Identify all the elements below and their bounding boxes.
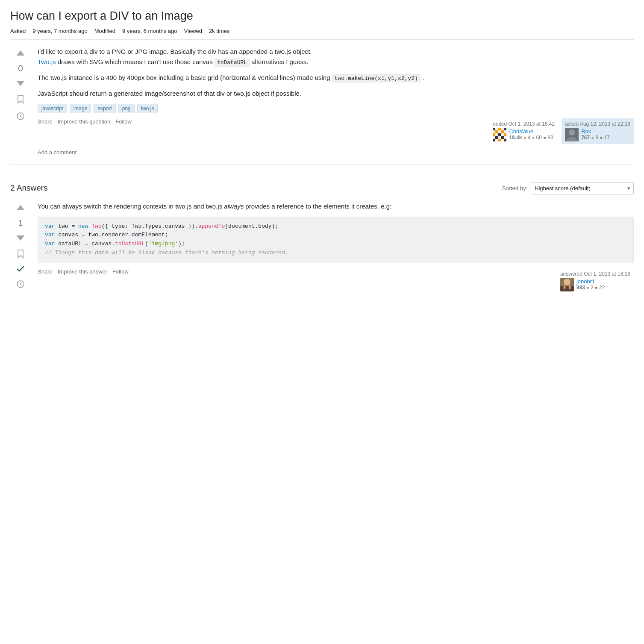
sorted-by-label: Sorted by:: [502, 185, 527, 191]
answered-label: answered Oct 1, 2013 at 18:16: [560, 271, 630, 277]
accepted-checkmark: [15, 263, 26, 275]
question-follow-button[interactable]: Follow: [115, 118, 132, 125]
svg-rect-9: [504, 133, 506, 136]
svg-rect-2: [493, 128, 495, 130]
rok-avatar-img: [565, 128, 579, 141]
answer1-upvote-button[interactable]: [13, 201, 28, 217]
modified-time: 9 years, 6 months ago: [122, 28, 177, 34]
svg-rect-8: [498, 133, 501, 136]
question-content: I'd like to export a div to a PNG or JPG…: [38, 47, 634, 157]
svg-point-16: [569, 129, 575, 135]
answer1-code-block: var two = new Two({ type: Two.Types.canv…: [38, 217, 634, 263]
edited-user-info: ChrisWue 18.4k ●4 ●60 ●83: [493, 128, 555, 141]
question-vote-cell: 0: [10, 47, 31, 157]
answers-header: 2 Answers Sorted by: Highest score (defa…: [10, 175, 634, 194]
sort-select-wrapper: Highest score (default) Trending (recent…: [531, 182, 634, 194]
question-post: 0 I'd like to export a div to a PNG or J…: [10, 47, 634, 157]
svg-rect-14: [504, 139, 506, 141]
sort-select[interactable]: Highest score (default) Trending (recent…: [531, 182, 634, 194]
rok-reputation: 767 ●9 ●17: [581, 135, 610, 141]
question-tags: javascript image export png two.js: [38, 104, 634, 113]
svg-rect-12: [493, 139, 495, 141]
answer1-body: You can always switch the rendering cont…: [38, 201, 634, 212]
add-comment-button[interactable]: Add a comment: [38, 147, 76, 157]
svg-rect-13: [498, 139, 501, 141]
answer1-history-button[interactable]: [13, 276, 28, 292]
question-improve-button[interactable]: Improve this question: [58, 118, 111, 125]
asked-label-text: asked Aug 12, 2013 at 22:18: [565, 121, 630, 127]
asked-card: asked Aug 12, 2013 at 22:18 Rok: [562, 118, 634, 144]
section-divider: [10, 164, 634, 165]
asked-time: 9 years, 7 months ago: [32, 28, 88, 34]
jonobr1-username[interactable]: jonobr1: [576, 278, 595, 285]
edited-date: Oct 1, 2013 at 18:42: [508, 121, 555, 127]
bookmark-button[interactable]: [13, 91, 28, 107]
chriswue-reputation: 18.4k ●4 ●60 ●83: [509, 135, 553, 141]
viewed-count: 2k times: [209, 28, 229, 34]
question-body-p3: JavaScript should return a generated ima…: [38, 88, 634, 99]
answer1-actions: Share Improve this answer Follow: [38, 268, 129, 275]
jonobr1-avatar: [560, 278, 574, 291]
answer1-follow-button[interactable]: Follow: [112, 268, 129, 275]
body-text-1: I'd like to export a div to a PNG or JPG…: [38, 48, 312, 55]
answer1-content: You can always switch the rendering cont…: [38, 201, 634, 294]
answers-count: 2 Answers: [10, 183, 48, 193]
svg-rect-21: [564, 285, 565, 289]
asked-user-info: Rok 767 ●9 ●17: [565, 128, 630, 141]
page-title: How can I export a DIV to an Image: [10, 9, 634, 24]
answer1-footer: Share Improve this answer Follow answere…: [38, 268, 634, 294]
body-text-3: alternatives I guess.: [250, 58, 309, 65]
upvote-button[interactable]: [13, 47, 28, 62]
edited-user-details: ChrisWue 18.4k ●4 ●60 ●83: [509, 128, 553, 141]
svg-rect-4: [504, 128, 506, 130]
chriswue-username[interactable]: ChrisWue: [509, 128, 533, 135]
answer1-bookmark-button[interactable]: [13, 246, 28, 262]
edited-label: edited Oct 1, 2013 at 18:42: [493, 121, 555, 127]
chriswue-avatar: [493, 128, 506, 141]
twojs-link[interactable]: Two.js: [38, 58, 56, 65]
edited-card: edited Oct 1, 2013 at 18:42: [489, 118, 558, 144]
answer1-italic: always: [224, 203, 244, 210]
tag-javascript[interactable]: javascript: [38, 104, 67, 113]
question-footer: Share Improve this question Follow edite…: [38, 118, 634, 144]
answer1-answered-card: answered Oct 1, 2013 at 18:16: [557, 268, 634, 294]
question-body-p1: I'd like to export a div to a PNG or JPG…: [38, 47, 634, 68]
history-button[interactable]: [13, 109, 28, 124]
body-text-2: draws with SVG which means I can't use t…: [56, 58, 215, 65]
asked-date: Aug 12, 2013 at 22:18: [580, 121, 630, 127]
answer1-downvote-button[interactable]: [13, 229, 28, 244]
svg-rect-22: [569, 285, 570, 289]
question-share-button[interactable]: Share: [38, 118, 53, 125]
tag-twojs[interactable]: two.js: [137, 104, 158, 113]
inline-code-todataurl: toDataURL: [215, 59, 250, 67]
jonobr1-user-details: jonobr1 983 ●2 ●22: [576, 278, 605, 291]
jonobr1-avatar-img: [560, 278, 574, 291]
svg-rect-7: [493, 133, 495, 136]
svg-point-20: [564, 279, 570, 285]
rok-username[interactable]: Rok: [581, 128, 591, 135]
svg-rect-3: [498, 128, 501, 130]
svg-rect-5: [495, 130, 498, 133]
answer1-vote-count: 1: [18, 218, 23, 227]
question-body-p2: The two.js instance is a 400 by 400px bo…: [38, 73, 634, 83]
answer-1-post: 1 You can always switch the r: [10, 201, 634, 294]
question-meta: Asked 9 years, 7 months ago Modified 9 y…: [10, 28, 634, 40]
answer1-improve-button[interactable]: Improve this answer: [58, 268, 107, 275]
tag-image[interactable]: image: [70, 104, 91, 113]
downvote-button[interactable]: [13, 74, 28, 90]
answered-date: Oct 1, 2013 at 18:16: [584, 271, 630, 277]
tag-export[interactable]: export: [94, 104, 115, 113]
answer1-vote-cell: 1: [10, 201, 31, 294]
asked-user-details: Rok 767 ●9 ●17: [581, 128, 610, 141]
inline-code-makeline: two.makeLine(x1,y1,x2,y2): [332, 74, 421, 82]
jonobr1-user-info: jonobr1 983 ●2 ●22: [560, 278, 630, 291]
svg-rect-6: [501, 130, 504, 133]
chriswue-avatar-img: [493, 128, 506, 141]
svg-rect-11: [501, 136, 504, 139]
sort-wrapper: Sorted by: Highest score (default) Trend…: [502, 182, 634, 194]
asked-label: Asked: [10, 28, 26, 34]
answer1-share-button[interactable]: Share: [38, 268, 53, 275]
tag-png[interactable]: png: [118, 104, 135, 113]
jonobr1-reputation: 983 ●2 ●22: [576, 285, 605, 291]
question-actions: Share Improve this question Follow: [38, 118, 132, 125]
